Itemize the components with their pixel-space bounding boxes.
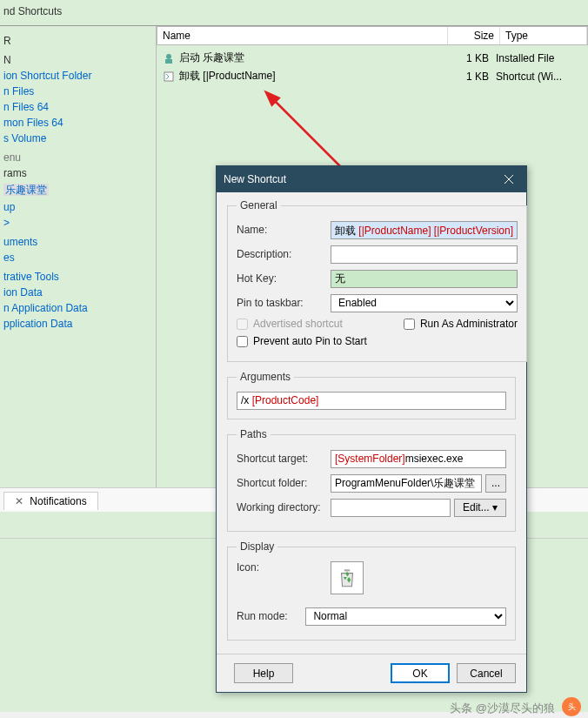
edit-button[interactable]: Edit... ▾ [454,499,506,517]
close-button[interactable] [491,166,526,192]
display-legend: Display [237,540,277,553]
watermark: 头条 @沙漠尽头的狼 [450,701,555,716]
col-size[interactable]: Size [448,27,500,44]
sidebar-item[interactable]: s Volume [3,131,152,146]
svg-rect-1 [165,59,172,64]
sidebar-item[interactable]: > [3,215,152,231]
hotkey-label: Hot Key: [237,272,331,285]
svg-point-0 [166,54,171,59]
pin-select[interactable]: Enabled [331,294,518,312]
sidebar-item[interactable]: rams [3,165,152,181]
sidebar-item[interactable]: ion Shortcut Folder [3,68,152,84]
name-label: Name: [237,224,331,236]
desc-input[interactable] [331,245,518,264]
hotkey-input[interactable] [331,270,518,288]
tab-notifications[interactable]: ✕ Notifications [3,492,98,510]
list-row[interactable]: 卸载 [|ProductName]1 KBShortcut (Wi... [157,67,588,85]
sidebar: RNion Shortcut Foldern Filesn Files 64mo… [0,26,157,487]
sidebar-item[interactable]: 乐趣课堂 [3,181,152,199]
toolbar: nd Shortcuts [0,0,588,26]
col-type[interactable]: Type [500,27,587,44]
sidebar-item[interactable]: n Files [3,84,152,99]
icon-preview[interactable] [331,561,364,594]
prevent-label: Prevent auto Pin to Start [253,335,367,347]
help-button[interactable]: Help [234,663,293,683]
sidebar-item[interactable]: ion Data [3,285,152,300]
browse-button[interactable]: ... [485,474,506,493]
paths-legend: Paths [237,428,271,440]
sidebar-item[interactable]: N [3,52,152,68]
close-icon[interactable]: ✕ [15,495,23,507]
sidebar-item[interactable]: trative Tools [3,269,152,285]
file-icon [162,70,176,84]
sidebar-item[interactable]: up [3,199,152,215]
cancel-button[interactable]: Cancel [457,663,516,683]
wd-label: Working directory: [237,501,331,513]
advertised-label: Advertised shortcut [253,318,343,330]
dialog-title: New Shortcut [224,173,491,185]
col-name[interactable]: Name [157,27,448,44]
run-label: Run mode: [237,610,305,622]
advertised-checkbox [237,319,248,330]
sidebar-item[interactable]: R [3,33,152,49]
new-shortcut-dialog: New Shortcut General Name: 卸载 [|ProductN… [216,165,527,693]
general-group: General Name: 卸载 [|ProductName] [|Produc… [227,199,527,362]
list-body: 启动 乐趣课堂1 KBInstalled File卸载 [|ProductNam… [157,45,588,89]
sidebar-item[interactable]: n Application Data [3,300,152,316]
runas-label: Run As Administrator [420,318,518,330]
list-row[interactable]: 启动 乐趣课堂1 KBInstalled File [157,49,588,67]
paths-group: Paths Shortcut target: [SystemFolder]msi… [227,428,516,532]
dialog-titlebar[interactable]: New Shortcut [217,166,526,192]
folder-label: Shortcut folder: [237,477,331,489]
run-select[interactable]: Normal [305,607,506,626]
pin-label: Pin to taskbar: [237,297,331,309]
target-label: Shortcut target: [237,453,331,465]
tab-label: Notifications [30,495,86,507]
file-icon [162,51,176,65]
sidebar-item[interactable]: uments [3,234,152,250]
target-input[interactable]: [SystemFolder]msiexec.exe [331,450,506,468]
dialog-body: General Name: 卸载 [|ProductName] [|Produc… [217,192,526,656]
list-header: Name Size Type [157,26,588,45]
folder-input[interactable] [331,474,482,493]
prevent-checkbox[interactable] [237,336,248,347]
watermark-icon: 头 [562,697,581,716]
display-group: Display Icon: Run mode: Normal [227,540,516,641]
name-input[interactable]: 卸载 [|ProductName] [|ProductVersion] [331,221,518,239]
sidebar-item[interactable]: n Files 64 [3,99,152,115]
icon-label: Icon: [237,561,331,574]
arguments-group: Arguments /x [ProductCode] [227,371,516,419]
ok-button[interactable]: OK [391,663,450,683]
desc-label: Description: [237,248,331,260]
general-legend: General [237,199,281,211]
runas-checkbox[interactable] [404,319,415,330]
wd-input[interactable] [331,499,451,517]
sidebar-item[interactable]: pplication Data [3,316,152,332]
arguments-input[interactable]: /x [ProductCode] [237,392,506,410]
dialog-footer: Help OK Cancel [217,654,526,692]
arguments-legend: Arguments [237,371,294,383]
sidebar-item[interactable]: es [3,250,152,265]
svg-rect-6 [344,569,351,571]
sidebar-item[interactable]: enu [3,150,152,165]
sidebar-item[interactable]: mon Files 64 [3,115,152,131]
recycle-bin-icon [336,567,358,589]
toolbar-title: nd Shortcuts [0,5,62,17]
